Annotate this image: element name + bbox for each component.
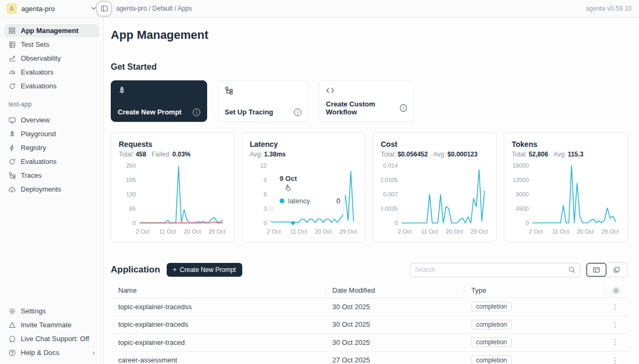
sidebar-item-playground[interactable]: Playground (4, 127, 99, 140)
svg-text:0.014: 0.014 (383, 162, 398, 169)
table-header-row: NameDate ModifiedType (111, 283, 627, 298)
sidebar-item-label: Overview (21, 116, 50, 124)
help-icon (9, 349, 16, 357)
sidebar-item-deployments[interactable]: Deployments (4, 183, 99, 196)
info-icon[interactable]: i (400, 104, 407, 112)
settings-icon (9, 308, 16, 315)
get-started-card-create-new-prompt[interactable]: Create New Prompti (111, 80, 207, 122)
application-header: Application + Create New Prompt (111, 262, 627, 277)
sidebar-app-nav: OverviewPlaygroundRegistryEvaluationsTra… (4, 113, 99, 196)
app-name-cell: topic-explainer-traceds (111, 320, 325, 328)
column-settings-icon[interactable] (612, 287, 620, 294)
sidebar-footer-item-invite-teammate[interactable]: Invite Teammate (4, 318, 99, 332)
sidebar-footer-item-settings[interactable]: Settings (4, 304, 99, 318)
svg-text:65: 65 (129, 205, 136, 212)
search-icon[interactable] (568, 266, 576, 274)
svg-text:29 Oct: 29 Oct (208, 228, 225, 235)
chart-stat: Total:52,806 (512, 151, 548, 158)
column-header-date-modified[interactable]: Date Modified (325, 283, 464, 297)
panel-left-icon (101, 5, 108, 12)
create-new-prompt-button[interactable]: + Create New Prompt (167, 263, 242, 277)
chart-title: Cost (381, 140, 489, 148)
sidebar-toggle-button[interactable] (97, 2, 111, 15)
overview-icon (9, 117, 16, 124)
svg-text:0: 0 (264, 220, 267, 226)
traces-icon (9, 172, 16, 179)
column-header-name[interactable]: Name (111, 283, 325, 297)
sidebar-item-evaluations[interactable]: Evaluations (4, 155, 99, 168)
sidebar-item-label: Evaluations (21, 158, 56, 166)
get-started-card-label: Create Custom Workflow (326, 100, 400, 116)
sidebar-item-evaluators[interactable]: Evaluators (4, 65, 99, 79)
type-cell: completion (464, 302, 604, 311)
sidebar-footer-item-live-chat-support-off[interactable]: Live Chat Support: Off (4, 332, 99, 345)
svg-text:9000: 9000 (516, 191, 529, 197)
table-view-button[interactable] (586, 263, 607, 277)
sidebar-item-observability[interactable]: Observability (4, 52, 99, 65)
sidebar-item-label: Invite Teammate (21, 321, 71, 329)
type-badge: completion (471, 320, 512, 329)
registry-icon (9, 144, 16, 152)
sidebar-footer-item-help-docs[interactable]: Help & Docs› (4, 346, 99, 359)
table-row[interactable]: career-assessment27 Oct 2025completion⋮ (111, 352, 627, 364)
svg-text:130: 130 (126, 191, 136, 197)
svg-text:2 Oct: 2 Oct (267, 228, 281, 235)
svg-text:20 Oct: 20 Oct (577, 228, 594, 235)
row-menu-button[interactable]: ⋮ (611, 338, 619, 346)
info-icon[interactable]: i (294, 109, 301, 116)
type-badge: completion (471, 337, 512, 347)
info-icon[interactable]: i (193, 109, 200, 116)
svg-text:20 Oct: 20 Oct (446, 228, 463, 235)
svg-text:11 Oct: 11 Oct (421, 228, 438, 235)
sidebar-item-registry[interactable]: Registry (4, 141, 99, 154)
sidebar-item-evaluations[interactable]: Evaluations (4, 79, 99, 93)
requests-chart: RequestsTotal:458Failed:0.03%06513019526… (111, 132, 235, 242)
chart-title: Latency (250, 140, 358, 148)
main-content: App Management Get Started Create New Pr… (104, 18, 639, 364)
svg-text:6: 6 (264, 191, 267, 197)
get-started-card-label: Set Up Tracing (225, 108, 273, 116)
sidebar-item-test-sets[interactable]: Test Sets (4, 38, 99, 51)
get-started-card-create-custom-workflow[interactable]: Create Custom Workflowi (319, 80, 414, 122)
evaluations-icon (9, 158, 16, 166)
sidebar: App ManagementTest SetsObservabilityEval… (0, 18, 104, 364)
sidebar-item-traces[interactable]: Traces (4, 169, 99, 182)
search-input[interactable] (415, 266, 568, 274)
sidebar-item-label: Observability (21, 54, 61, 62)
sidebar-item-label: Evaluations (21, 82, 56, 90)
column-header-type[interactable]: Type (464, 283, 604, 297)
svg-text:11 Oct: 11 Oct (290, 228, 307, 235)
svg-text:0: 0 (526, 220, 529, 226)
svg-text:0: 0 (395, 220, 398, 226)
svg-text:260: 260 (126, 162, 136, 169)
table-row[interactable]: topic-explainer-tracedss30 Oct 2025compl… (111, 298, 627, 316)
row-menu-button[interactable]: ⋮ (611, 302, 619, 311)
deployments-icon (9, 186, 16, 193)
rocket-icon (118, 86, 126, 95)
get-started-card-set-up-tracing[interactable]: Set Up Tracingi (218, 80, 308, 122)
sidebar-item-app-management[interactable]: App Management (4, 24, 99, 37)
svg-text:12: 12 (260, 162, 267, 169)
get-started-card-label: Create New Prompt (118, 108, 182, 116)
chart-stat: Avg:1.38ms (250, 151, 286, 158)
app-grid-icon (9, 27, 16, 35)
table-row[interactable]: topic-explainer-traced30 Oct 2025complet… (111, 334, 627, 352)
row-menu-button[interactable]: ⋮ (611, 320, 619, 329)
tooltip-series-value: 0 (337, 197, 340, 205)
card-view-button[interactable] (607, 263, 627, 277)
sidebar-item-overview[interactable]: Overview (4, 113, 99, 127)
table-view-icon (593, 266, 600, 274)
view-toggle (586, 262, 627, 277)
code-icon (326, 86, 334, 95)
workspace-switcher[interactable]: A agenta-pro (0, 3, 104, 14)
hand-cursor-icon (284, 184, 340, 192)
breadcrumb[interactable]: agenta-pro / Default / Apps (116, 5, 192, 12)
tokens-chart: TokensTotal:52,806Avg:115.30450090001350… (504, 132, 628, 242)
chart-title: Tokens (512, 140, 620, 148)
search-box (410, 263, 580, 277)
tooltip-series-label: latency (288, 197, 310, 205)
svg-text:2 Oct: 2 Oct (529, 228, 543, 235)
row-menu-button[interactable]: ⋮ (611, 356, 619, 364)
app-name-cell: topic-explainer-traced (111, 338, 325, 346)
table-row[interactable]: topic-explainer-traceds30 Oct 2025comple… (111, 316, 627, 334)
